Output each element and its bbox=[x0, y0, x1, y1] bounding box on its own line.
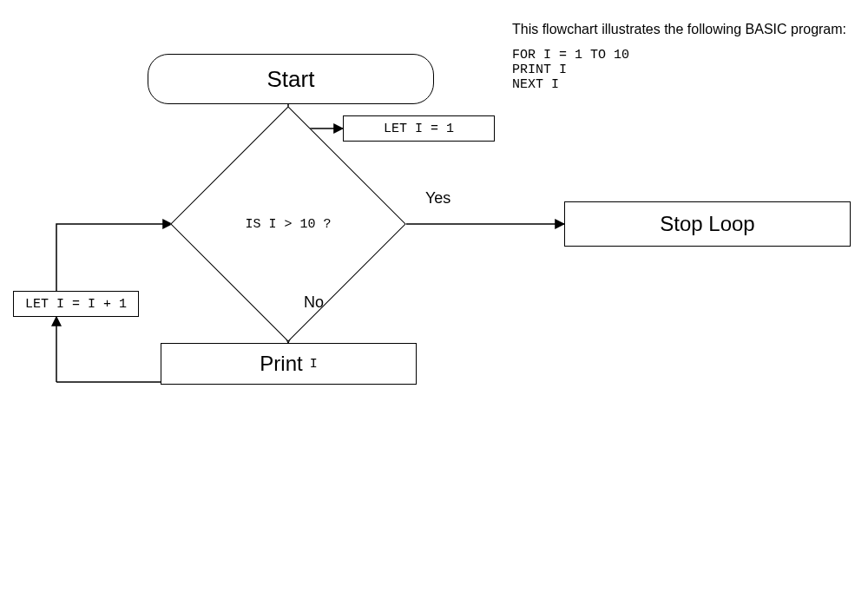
increment-node: LET I = I + 1 bbox=[13, 291, 139, 317]
yes-label: Yes bbox=[425, 189, 450, 208]
decision-label: IS I > 10 ? bbox=[245, 217, 331, 232]
print-var: I bbox=[310, 357, 318, 372]
start-node: Start bbox=[148, 54, 434, 104]
basic-code: FOR I = 1 TO 10 PRINT I NEXT I bbox=[512, 48, 629, 92]
init-node: LET I = 1 bbox=[343, 115, 495, 142]
flowchart-canvas: Start LET I = 1 IS I > 10 ? Yes No Stop … bbox=[0, 0, 868, 593]
print-node: Print I bbox=[161, 343, 417, 385]
print-word: Print bbox=[260, 352, 302, 376]
stop-label: Stop Loop bbox=[660, 212, 754, 236]
init-label: LET I = 1 bbox=[384, 122, 454, 136]
increment-label: LET I = I + 1 bbox=[25, 297, 127, 312]
caption-text: This flowchart illustrates the following… bbox=[512, 22, 846, 37]
no-label: No bbox=[304, 293, 324, 312]
start-label: Start bbox=[267, 66, 315, 93]
stop-node: Stop Loop bbox=[564, 201, 851, 247]
